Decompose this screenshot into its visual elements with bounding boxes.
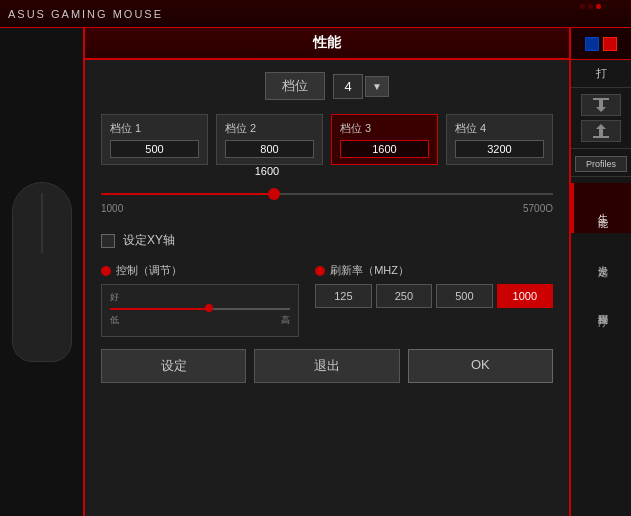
- profile-card-2[interactable]: 档位 2 800: [216, 114, 323, 165]
- upload-icon: [593, 124, 609, 138]
- ctrl-slider-container: 好 低 高: [101, 284, 299, 337]
- ctrl-high-label: 高: [281, 314, 290, 327]
- download-icon: [593, 98, 609, 112]
- right-icon-btn-1[interactable]: [581, 94, 621, 116]
- print-area: 打: [571, 60, 631, 88]
- right-menu-item-light[interactable]: 光设定: [571, 233, 631, 283]
- right-menu-items: 生 能 光设定 绑到程序: [571, 177, 631, 516]
- control-radio[interactable]: [101, 266, 111, 276]
- dpi-slider-area[interactable]: 1600 1000 5700O: [101, 179, 553, 220]
- profile-card-2-value: 800: [225, 140, 314, 158]
- action-buttons: 设定 退出 OK: [101, 349, 553, 387]
- content-area: 档位 4 ▼ 档位 1 500 档位 2 800 档位 3 1600: [85, 60, 569, 516]
- main-layout: 性能 档位 4 ▼ 档位 1 500 档位 2 800: [0, 28, 631, 516]
- profile-card-3-title: 档位 3: [340, 121, 371, 136]
- profile-input[interactable]: [575, 156, 627, 172]
- control-title: 控制（调节）: [101, 263, 299, 278]
- dw-selector-row: 档位 4 ▼: [101, 72, 553, 100]
- ctrl-thumb[interactable]: [205, 304, 213, 312]
- slider-thumb[interactable]: [268, 188, 280, 200]
- dw-value: 4: [333, 74, 363, 99]
- dot-1: [580, 4, 585, 9]
- profile-cards: 档位 1 500 档位 2 800 档位 3 1600 档位 4 3200: [101, 114, 553, 165]
- slider-value-label: 1600: [255, 165, 279, 177]
- set-button[interactable]: 设定: [101, 349, 246, 383]
- ctrl-track-active: [110, 308, 209, 310]
- slider-active-track: [101, 193, 273, 195]
- refresh-btn-1000[interactable]: 1000: [497, 284, 553, 308]
- dot-2: [588, 4, 593, 9]
- ok-button[interactable]: OK: [408, 349, 553, 383]
- exit-button[interactable]: 退出: [254, 349, 399, 383]
- ctrl-slider-labels: 好: [110, 291, 290, 304]
- refresh-section: 刷新率（MHZ） 125 250 500 1000: [315, 263, 553, 337]
- slider-track[interactable]: [101, 193, 553, 195]
- refresh-btn-500[interactable]: 500: [436, 284, 492, 308]
- refresh-buttons: 125 250 500 1000: [315, 284, 553, 308]
- right-top-btn-1[interactable]: [585, 37, 599, 51]
- right-menu-item-performance-label: 生 能: [596, 205, 610, 211]
- profile-card-4[interactable]: 档位 4 3200: [446, 114, 553, 165]
- center-panel: 性能 档位 4 ▼ 档位 1 500 档位 2 800: [85, 28, 569, 516]
- profile-card-3[interactable]: 档位 3 1600: [331, 114, 438, 165]
- xy-axis-row[interactable]: 设定XY轴: [101, 232, 553, 249]
- svg-rect-1: [599, 100, 603, 107]
- profile-card-2-title: 档位 2: [225, 121, 256, 136]
- svg-marker-5: [596, 124, 606, 129]
- refresh-radio[interactable]: [315, 266, 325, 276]
- xy-checkbox[interactable]: [101, 234, 115, 248]
- slider-labels: 1000 5700O: [101, 203, 553, 214]
- control-section: 控制（调节） 好 低 高: [101, 263, 299, 337]
- indicator-dots: [580, 4, 601, 9]
- dot-3: [596, 4, 601, 9]
- refresh-btn-125[interactable]: 125: [315, 284, 371, 308]
- profile-card-3-value: 1600: [340, 140, 429, 158]
- dw-label: 档位: [265, 72, 325, 100]
- print-label[interactable]: 打: [575, 66, 627, 81]
- right-menu-item-program[interactable]: 绑到程序: [571, 283, 631, 333]
- profile-card-4-value: 3200: [455, 140, 544, 158]
- control-label: 控制（调节）: [116, 263, 182, 278]
- mouse-image: [12, 182, 72, 362]
- right-menu-item-program-label: 绑到程序: [596, 306, 610, 310]
- profile-label-area: [571, 149, 631, 177]
- profile-card-1[interactable]: 档位 1 500: [101, 114, 208, 165]
- slider-min-label: 1000: [101, 203, 123, 214]
- svg-rect-3: [593, 136, 609, 138]
- section-header: 性能: [85, 28, 569, 60]
- ctrl-label-good: 好: [110, 291, 119, 304]
- bottom-controls: 控制（调节） 好 低 高: [101, 263, 553, 337]
- profile-card-1-value: 500: [110, 140, 199, 158]
- refresh-btn-250[interactable]: 250: [376, 284, 432, 308]
- refresh-label: 刷新率（MHZ）: [330, 263, 409, 278]
- profile-card-1-title: 档位 1: [110, 121, 141, 136]
- right-top-btn-2[interactable]: [603, 37, 617, 51]
- ctrl-track[interactable]: [110, 308, 290, 310]
- section-title: 性能: [313, 34, 341, 52]
- svg-rect-4: [599, 129, 603, 136]
- ctrl-bottom-labels: 低 高: [110, 314, 290, 327]
- xy-label: 设定XY轴: [123, 232, 175, 249]
- right-top: [571, 28, 631, 60]
- left-panel: [0, 28, 85, 516]
- right-panel: 打: [569, 28, 631, 516]
- right-menu-item-light-label: 光设定: [596, 257, 610, 260]
- right-action-group: [571, 88, 631, 149]
- ctrl-low-label: 低: [110, 314, 119, 327]
- slider-max-label: 5700O: [523, 203, 553, 214]
- right-icon-btn-2[interactable]: [581, 120, 621, 142]
- app-title: ASUS GAMING MOUSE: [8, 8, 163, 20]
- svg-rect-0: [593, 98, 609, 100]
- refresh-title: 刷新率（MHZ）: [315, 263, 553, 278]
- top-bar: ASUS GAMING MOUSE: [0, 0, 631, 28]
- svg-marker-2: [596, 107, 606, 112]
- profile-card-4-title: 档位 4: [455, 121, 486, 136]
- right-menu-item-performance[interactable]: 生 能: [571, 183, 631, 233]
- dw-dropdown-button[interactable]: ▼: [365, 76, 389, 97]
